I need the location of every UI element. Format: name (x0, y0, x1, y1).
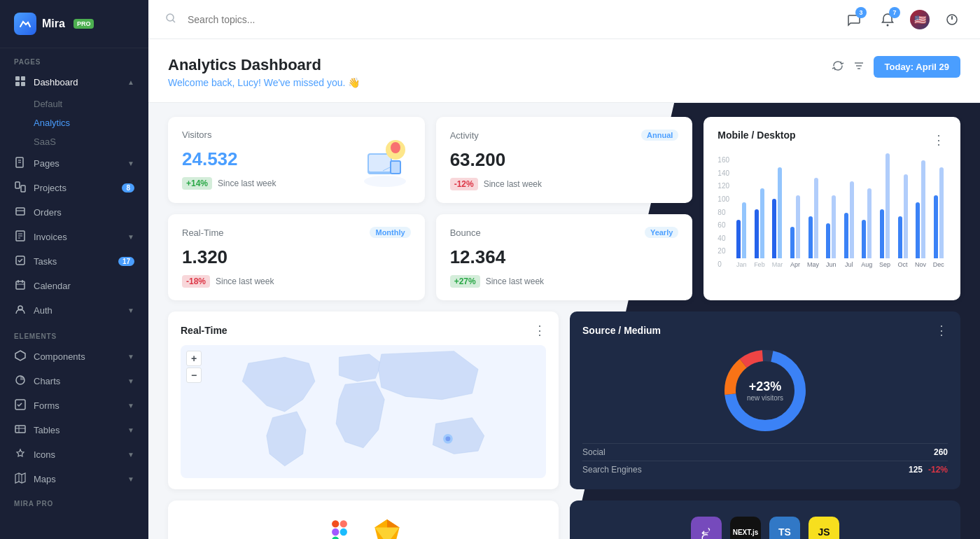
bar-aug: Aug (859, 156, 875, 268)
notifications-button[interactable]: 7 (876, 8, 899, 31)
sidebar-item-pages[interactable]: Pages ▼ (0, 151, 148, 176)
svg-point-56 (340, 528, 347, 536)
svg-rect-24 (15, 426, 25, 433)
mira-pro-label: MIRA PRO (14, 500, 134, 507)
svg-rect-16 (16, 281, 24, 289)
sidebar-item-auth[interactable]: Auth ▼ (0, 298, 148, 323)
bounce-since: Since last week (486, 276, 544, 286)
donut-percent: +23% (747, 379, 783, 394)
bar-sep: Sep (877, 156, 893, 268)
svg-rect-2 (15, 82, 20, 86)
bounce-change: +27% (450, 275, 480, 288)
svg-rect-53 (340, 520, 347, 527)
date-button[interactable]: Today: April 29 (874, 56, 960, 78)
svg-rect-44 (391, 162, 400, 173)
header-text: Analytics Dashboard Welcome back, Lucy! … (168, 56, 360, 88)
sidebar-item-invoices[interactable]: Invoices ▼ (0, 225, 148, 249)
sidebar-item-components[interactable]: Components ▼ (0, 344, 148, 369)
svg-rect-3 (21, 82, 25, 86)
logo-area: Mira PRO (0, 0, 148, 48)
svg-point-38 (364, 176, 406, 187)
dashboard-label: Dashboard (34, 77, 120, 88)
figma-icon (321, 514, 358, 539)
bar-dec: Dec (930, 156, 946, 268)
svg-rect-54 (332, 528, 339, 536)
sidebar-item-tables[interactable]: Tables ▼ (0, 418, 148, 442)
activity-footer: -12% Since last week (450, 178, 679, 190)
refresh-button[interactable] (832, 59, 844, 75)
pages-section-label: PAGES (0, 48, 148, 70)
map-bg: + − (181, 345, 546, 478)
activity-value: 63.200 (450, 149, 679, 171)
visitors-illustration (354, 125, 416, 188)
source-rows: Social 260 Search Engines 125 -12% (582, 443, 948, 478)
visitors-card: Visitors (168, 117, 425, 203)
auth-label: Auth (34, 305, 120, 316)
map-title: Real-Time (181, 325, 227, 336)
forms-label: Forms (34, 400, 120, 411)
filter-button[interactable] (853, 59, 865, 75)
source-social-label: Social (582, 447, 606, 457)
bounce-value: 12.364 (450, 246, 679, 268)
sidebar-item-icons[interactable]: Icons ▼ (0, 442, 148, 467)
projects-label: Projects (34, 183, 115, 193)
source-more-button[interactable]: ⋮ (935, 323, 948, 338)
map-zoom-in[interactable]: + (186, 351, 202, 366)
sidebar: Mira PRO PAGES Dashboard ▲ Default Analy… (0, 0, 148, 539)
dashboard-icon (14, 76, 27, 89)
bar-jul: Jul (841, 156, 857, 268)
logo-icon (14, 13, 36, 35)
svg-rect-8 (21, 186, 25, 192)
invoices-chevron: ▼ (127, 233, 134, 241)
sidebar-item-dashboard[interactable]: Dashboard ▲ (0, 70, 148, 94)
sidebar-item-projects[interactable]: Projects 8 (0, 176, 148, 200)
svg-point-42 (391, 142, 400, 153)
sidebar-item-orders[interactable]: Orders (0, 200, 148, 225)
language-selector[interactable]: 🇺🇸 (910, 10, 930, 29)
stats-grid: Visitors (148, 103, 980, 300)
y-axis: 160 140 120 100 80 60 40 20 0 (718, 156, 734, 282)
sidebar-item-saas[interactable]: SaaS (0, 132, 148, 151)
activity-change: -12% (450, 178, 478, 190)
orders-icon (14, 206, 27, 219)
map-zoom-out[interactable]: − (186, 368, 202, 383)
sidebar-item-charts[interactable]: Charts ▼ (0, 369, 148, 393)
sidebar-item-calendar[interactable]: Calendar (0, 274, 148, 298)
orders-label: Orders (34, 207, 134, 218)
maps-chevron: ▼ (127, 475, 134, 483)
sidebar-item-analytics[interactable]: Analytics (0, 113, 148, 132)
calendar-icon (14, 279, 27, 293)
projects-icon (14, 181, 27, 195)
icons-chevron: ▼ (127, 451, 134, 458)
sidebar-item-default[interactable]: Default (0, 94, 148, 113)
chart-more-button[interactable]: ⋮ (932, 132, 946, 148)
search-input[interactable] (188, 14, 832, 25)
charts-icon (14, 374, 27, 388)
sidebar-item-forms[interactable]: Forms ▼ (0, 393, 148, 418)
realtime-label: Real-Time (182, 227, 223, 238)
source-search-value: 125 (909, 465, 923, 475)
source-social-value: 260 (934, 447, 948, 457)
messages-button[interactable]: 3 (843, 8, 865, 31)
pages-icon (14, 157, 27, 170)
source-search-change: -12% (928, 465, 948, 475)
mira-pro-section: MIRA PRO (0, 494, 148, 513)
power-button[interactable] (941, 8, 963, 31)
svg-rect-40 (369, 155, 391, 172)
subtitle-suffix: ! We've missed you. 👋 (258, 77, 360, 88)
svg-line-31 (173, 20, 176, 22)
visitors-label: Visitors (182, 130, 211, 140)
pro-badge: PRO (74, 19, 94, 29)
tasks-badge: 17 (118, 257, 134, 266)
auth-icon (14, 304, 27, 317)
sidebar-item-maps[interactable]: Maps ▼ (0, 467, 148, 491)
header-actions: Today: April 29 (832, 56, 960, 78)
topbar: 3 7 🇺🇸 (148, 0, 980, 39)
svg-rect-7 (15, 182, 20, 188)
svg-rect-0 (15, 76, 20, 80)
sidebar-item-tasks[interactable]: Tasks 17 (0, 249, 148, 274)
calendar-label: Calendar (34, 281, 134, 291)
typescript-icon: TS (769, 517, 800, 539)
map-more-button[interactable]: ⋮ (533, 323, 546, 338)
svg-point-32 (887, 24, 889, 26)
